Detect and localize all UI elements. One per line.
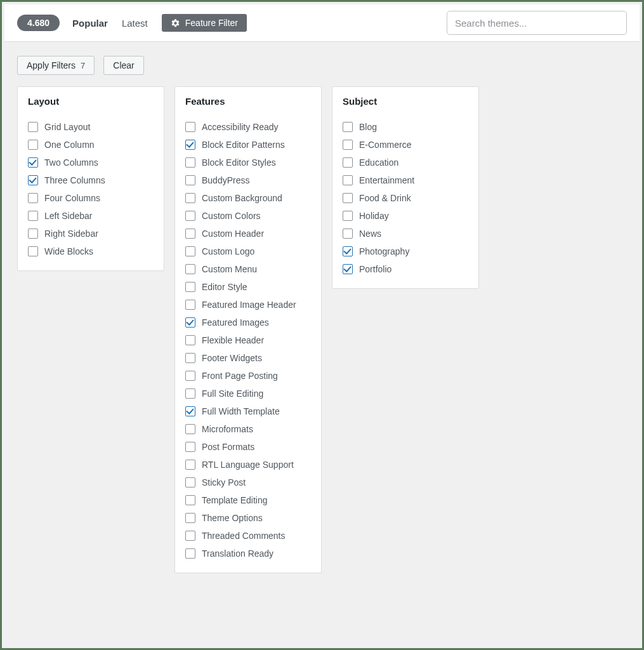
checkbox-icon[interactable] (185, 264, 195, 274)
checkbox-icon[interactable] (185, 388, 195, 399)
checkbox-icon[interactable] (28, 211, 38, 221)
checkbox-icon[interactable] (28, 229, 38, 239)
checkbox-icon[interactable] (185, 548, 195, 559)
checkbox-row[interactable]: Custom Colors (185, 207, 311, 225)
checkbox-icon[interactable] (28, 140, 38, 150)
checkbox-row[interactable]: Threaded Comments (185, 527, 311, 545)
checkbox-label: Blog (359, 122, 377, 132)
checkbox-row[interactable]: Grid Layout (28, 118, 154, 136)
clear-button[interactable]: Clear (103, 56, 143, 75)
search-input[interactable] (447, 11, 627, 35)
checkbox-row[interactable]: Holiday (343, 207, 468, 225)
checkbox-row[interactable]: RTL Language Support (185, 456, 311, 474)
checkbox-icon[interactable] (185, 460, 195, 470)
checkbox-row[interactable]: Three Columns (28, 171, 154, 189)
checkbox-row[interactable]: Editor Style (185, 278, 311, 296)
feature-filter-button[interactable]: Feature Filter (162, 14, 247, 32)
checkbox-label: Right Sidebar (44, 229, 98, 239)
checkbox-row[interactable]: Custom Menu (185, 260, 311, 278)
checkbox-icon[interactable] (28, 175, 38, 185)
checkbox-icon[interactable] (185, 175, 195, 185)
checkbox-icon[interactable] (343, 264, 353, 274)
tab-latest[interactable]: Latest (122, 15, 148, 31)
checkbox-row[interactable]: Entertainment (343, 171, 468, 189)
checkbox-row[interactable]: Full Width Template (185, 402, 311, 420)
checkbox-icon[interactable] (343, 193, 353, 203)
checkbox-icon[interactable] (343, 175, 353, 185)
checkbox-row[interactable]: Featured Images (185, 314, 311, 331)
theme-count-badge[interactable]: 4.680 (17, 15, 60, 31)
checkbox-row[interactable]: Front Page Posting (185, 367, 311, 385)
checkbox-row[interactable]: News (343, 225, 468, 242)
checkbox-row[interactable]: Block Editor Styles (185, 154, 311, 171)
checkbox-row[interactable]: Theme Options (185, 509, 311, 527)
checkbox-row[interactable]: Flexible Header (185, 331, 311, 349)
checkbox-icon[interactable] (185, 513, 195, 523)
checkbox-icon[interactable] (185, 531, 195, 541)
checkbox-row[interactable]: One Column (28, 136, 154, 154)
checkbox-icon[interactable] (185, 442, 195, 452)
checkbox-icon[interactable] (343, 157, 353, 168)
checkbox-row[interactable]: Custom Header (185, 225, 311, 242)
checkbox-icon[interactable] (28, 157, 38, 168)
checkbox-icon[interactable] (185, 424, 195, 434)
checkbox-row[interactable]: Blog (343, 118, 468, 136)
checkbox-row[interactable]: Food & Drink (343, 189, 468, 207)
checkbox-icon[interactable] (28, 246, 38, 256)
checkbox-icon[interactable] (185, 495, 195, 505)
checkbox-row[interactable]: Sticky Post (185, 474, 311, 491)
checkbox-row[interactable]: Left Sidebar (28, 207, 154, 225)
checkbox-icon[interactable] (185, 335, 195, 345)
checkbox-icon[interactable] (28, 122, 38, 132)
checkbox-icon[interactable] (185, 317, 195, 328)
checkbox-row[interactable]: Portfolio (343, 260, 468, 278)
checkbox-row[interactable]: Right Sidebar (28, 225, 154, 242)
checkbox-icon[interactable] (343, 122, 353, 132)
checkbox-icon[interactable] (28, 193, 38, 203)
checkbox-row[interactable]: BuddyPress (185, 171, 311, 189)
checkbox-row[interactable]: Four Columns (28, 189, 154, 207)
checkbox-label: Photography (359, 246, 409, 256)
checkbox-row[interactable]: Accessibility Ready (185, 118, 311, 136)
checkbox-row[interactable]: Microformats (185, 420, 311, 438)
checkbox-row[interactable]: Two Columns (28, 154, 154, 171)
checkbox-icon[interactable] (185, 246, 195, 256)
checkbox-row[interactable]: Footer Widgets (185, 349, 311, 367)
checkbox-icon[interactable] (343, 211, 353, 221)
checkbox-row[interactable]: Custom Background (185, 189, 311, 207)
checkbox-icon[interactable] (185, 353, 195, 363)
checkbox-icon[interactable] (343, 229, 353, 239)
checkbox-icon[interactable] (185, 229, 195, 239)
apply-filters-button[interactable]: Apply Filters 7 (17, 56, 95, 75)
checkbox-row[interactable]: Full Site Editing (185, 385, 311, 402)
checkbox-icon[interactable] (185, 406, 195, 416)
checkbox-icon[interactable] (185, 122, 195, 132)
checkbox-label: Block Editor Styles (202, 157, 276, 168)
checkbox-label: Wide Blocks (44, 246, 93, 256)
checkbox-icon[interactable] (185, 371, 195, 381)
tab-popular[interactable]: Popular (72, 15, 108, 31)
checkbox-icon[interactable] (343, 140, 353, 150)
checkbox-row[interactable]: Translation Ready (185, 545, 311, 562)
checkbox-icon[interactable] (343, 246, 353, 256)
checkbox-icon[interactable] (185, 140, 195, 150)
checkbox-icon[interactable] (185, 157, 195, 168)
checkbox-row[interactable]: E-Commerce (343, 136, 468, 154)
checkbox-row[interactable]: Photography (343, 242, 468, 260)
checkbox-label: Threaded Comments (202, 531, 286, 541)
checkbox-icon[interactable] (185, 193, 195, 203)
checkbox-row[interactable]: Custom Logo (185, 242, 311, 260)
checkbox-row[interactable]: Post Formats (185, 438, 311, 456)
checkbox-icon[interactable] (185, 300, 195, 310)
checkbox-icon[interactable] (185, 282, 195, 292)
checkbox-row[interactable]: Featured Image Header (185, 296, 311, 314)
checkbox-row[interactable]: Education (343, 154, 468, 171)
checkbox-row[interactable]: Block Editor Patterns (185, 136, 311, 154)
checkbox-label: Flexible Header (202, 335, 264, 345)
checkbox-row[interactable]: Wide Blocks (28, 242, 154, 260)
checkbox-label: Three Columns (44, 175, 105, 185)
checkbox-icon[interactable] (185, 477, 195, 488)
checkbox-row[interactable]: Template Editing (185, 491, 311, 509)
checkbox-icon[interactable] (185, 211, 195, 221)
search-wrap (447, 11, 627, 35)
